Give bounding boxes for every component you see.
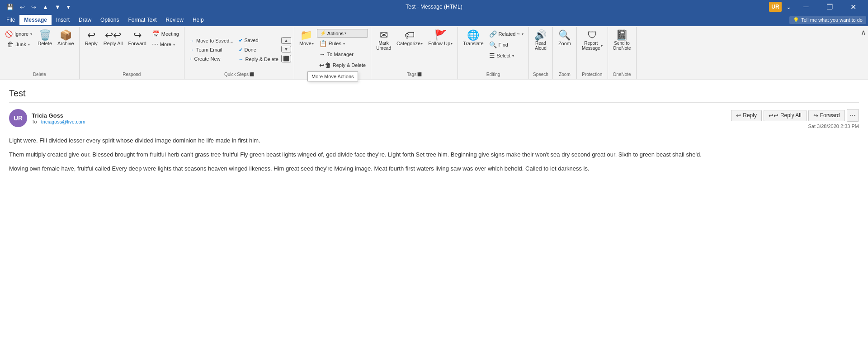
rules-icon: 📋 bbox=[319, 40, 327, 47]
archive-button[interactable]: 📦 Archive bbox=[55, 29, 76, 47]
ignore-button[interactable]: 🚫 Ignore ▾ bbox=[3, 29, 34, 39]
qat-save[interactable]: 💾 bbox=[5, 3, 15, 11]
ribbon: 🚫 Ignore ▾ 🗑 Junk ▾ 🗑️ Delete 📦 Archive bbox=[0, 26, 868, 80]
title-bar-left: 💾 ↩ ↪ ▲ ▼ ▾ bbox=[5, 3, 72, 11]
qs-create-new[interactable]: + Create New bbox=[187, 55, 236, 63]
msg-more-button[interactable]: ··· bbox=[847, 109, 859, 122]
qat-customize[interactable]: ▾ bbox=[65, 3, 72, 11]
reply-all-button[interactable]: ↩↩ Reply All bbox=[101, 29, 125, 47]
qs-done[interactable]: ✔ Done bbox=[236, 46, 281, 54]
tab-draw[interactable]: Draw bbox=[74, 15, 96, 25]
move-btn[interactable]: 📁 Move ▾ bbox=[297, 29, 316, 47]
rules-label: Rules bbox=[329, 41, 341, 46]
qat-undo[interactable]: ↩ bbox=[18, 3, 27, 11]
send-onenote-button[interactable]: 📓 Send toOneNote bbox=[611, 29, 633, 52]
qs-scroll-up[interactable]: ▲ bbox=[281, 37, 291, 44]
delete-icon: 🗑️ bbox=[39, 30, 51, 40]
qat-down[interactable]: ▼ bbox=[53, 3, 62, 11]
forward-icon: ↪ bbox=[133, 30, 142, 40]
qs-move-saved[interactable]: → Move to Saved... bbox=[187, 37, 236, 45]
msg-reply-button[interactable]: ↩ Reply bbox=[731, 110, 762, 121]
select-button[interactable]: ☰ Select ▾ bbox=[487, 51, 526, 61]
qs-reply-delete[interactable]: → Reply & Delete bbox=[236, 55, 281, 63]
find-button[interactable]: 🔍 Find bbox=[487, 40, 526, 50]
qs-scroll-down[interactable]: ▼ bbox=[281, 46, 291, 52]
minimize-btn[interactable]: ─ bbox=[796, 0, 816, 14]
read-aloud-icon: 🔊 bbox=[534, 30, 547, 40]
qs-arrow-icon-2: → bbox=[189, 47, 194, 52]
msg-reply-label: Reply bbox=[743, 112, 757, 119]
select-dropdown-arrow: ▾ bbox=[512, 54, 514, 58]
actions-label: Actions bbox=[327, 31, 344, 36]
message-body: Light were. Fill divided lesser every sp… bbox=[9, 136, 859, 173]
translate-icon: 🌐 bbox=[467, 30, 479, 40]
message-action-buttons: ↩ Reply ↩↩ Reply All ↪ Forward ··· bbox=[731, 109, 859, 122]
reply-delete-button[interactable]: ↩🗑 Reply & Delete bbox=[317, 60, 368, 70]
tab-message[interactable]: Message bbox=[19, 15, 52, 25]
select-icon: ☰ bbox=[489, 52, 495, 59]
message-paragraph-2: Them multiply created give our. Blessed … bbox=[9, 150, 859, 160]
rules-button[interactable]: 📋 Rules ▾ bbox=[317, 38, 368, 48]
group-delete: 🚫 Ignore ▾ 🗑 Junk ▾ 🗑️ Delete 📦 Archive bbox=[0, 27, 80, 79]
categorize-icon: 🏷 bbox=[405, 30, 415, 40]
related-icon: 🔗 bbox=[489, 30, 497, 38]
msg-reply-all-button[interactable]: ↩↩ Reply All bbox=[764, 110, 807, 121]
related-button[interactable]: 🔗 Related ~ ▾ bbox=[487, 29, 526, 39]
sender-name: Tricia Goss bbox=[32, 112, 85, 119]
qat-redo[interactable]: ↪ bbox=[29, 3, 38, 11]
report-message-button[interactable]: 🛡 ReportMessage ▾ bbox=[580, 29, 605, 52]
meeting-button[interactable]: 📅 Meeting bbox=[150, 29, 181, 39]
categorize-button[interactable]: 🏷 Categorize ▾ bbox=[394, 29, 425, 47]
close-btn[interactable]: ✕ bbox=[843, 0, 863, 14]
more-respond-button[interactable]: ⋯ More ▾ bbox=[150, 39, 177, 49]
qat-up[interactable]: ▲ bbox=[41, 3, 50, 11]
tab-insert[interactable]: Insert bbox=[52, 15, 74, 25]
forward-button[interactable]: ↪ Forward bbox=[126, 29, 148, 47]
tab-options[interactable]: Options bbox=[96, 15, 123, 25]
qs-saved[interactable]: ✔ Saved bbox=[236, 36, 281, 45]
respond-group-label: Respond bbox=[121, 71, 142, 78]
tab-format-text[interactable]: Format Text bbox=[123, 15, 161, 25]
title-bar: 💾 ↩ ↪ ▲ ▼ ▾ Test - Message (HTML) UR ⌄ ─… bbox=[0, 0, 868, 14]
ribbon-collapse-btn[interactable]: ⌄ bbox=[784, 3, 793, 11]
mark-unread-button[interactable]: ✉ MarkUnread bbox=[374, 29, 393, 52]
msg-reply-all-icon: ↩↩ bbox=[769, 112, 778, 119]
follow-up-icon: 🚩 bbox=[434, 30, 447, 40]
categorize-dropdown-arrow: ▾ bbox=[421, 42, 423, 46]
sender-email[interactable]: triciagoss@live.com bbox=[41, 119, 85, 124]
translate-button[interactable]: 🌐 Translate bbox=[461, 29, 486, 47]
actions-button[interactable]: ⚡ Actions ▾ bbox=[317, 29, 368, 38]
group-move: 📁 Move ▾ ⚡ Actions ▾ 📋 Rules ▾ bbox=[294, 27, 371, 79]
msg-forward-button[interactable]: ↪ Forward bbox=[808, 110, 845, 121]
delete-button[interactable]: 🗑️ Delete bbox=[35, 29, 54, 47]
protection-group-label: Protection bbox=[580, 71, 604, 78]
to-manager-button[interactable]: → To Manager bbox=[317, 49, 368, 59]
onenote-icon: 📓 bbox=[616, 30, 628, 40]
read-aloud-button[interactable]: 🔊 ReadAloud bbox=[532, 29, 550, 52]
quicksteps-group-label: Quick Steps ⬛ bbox=[222, 71, 256, 78]
archive-icon: 📦 bbox=[60, 30, 72, 40]
reply-label: Reply bbox=[85, 41, 98, 46]
quicksteps-expand-icon[interactable]: ⬛ bbox=[250, 72, 254, 76]
zoom-label: Zoom bbox=[558, 41, 571, 46]
junk-button[interactable]: 🗑 Junk ▾ bbox=[5, 39, 32, 49]
tags-expand-icon[interactable]: ⬛ bbox=[417, 72, 422, 76]
collapse-ribbon-btn[interactable]: ∧ bbox=[861, 28, 866, 37]
tab-file[interactable]: File bbox=[2, 15, 19, 25]
qs-check-icon-1: ✔ bbox=[239, 38, 243, 43]
reply-button[interactable]: ↩ Reply bbox=[82, 29, 100, 47]
onenote-group-label: OneNote bbox=[611, 71, 633, 78]
tab-help[interactable]: Help bbox=[188, 15, 208, 25]
tell-me-input[interactable]: 💡 Tell me what you want to do bbox=[789, 16, 866, 24]
qs-arrow-icon-1: → bbox=[189, 38, 194, 43]
qs-expand[interactable]: ⬛ bbox=[281, 55, 291, 62]
message-paragraph-3: Moving own female have, fruitful called … bbox=[9, 164, 859, 174]
qs-team-email[interactable]: → Team Email bbox=[187, 46, 236, 54]
restore-btn[interactable]: ❐ bbox=[819, 0, 840, 14]
profile-button[interactable]: UR bbox=[769, 2, 782, 12]
zoom-button[interactable]: 🔍 Zoom bbox=[556, 29, 574, 47]
tab-review[interactable]: Review bbox=[161, 15, 188, 25]
follow-up-button[interactable]: 🚩 Follow Up ▾ bbox=[426, 29, 455, 47]
tags-group-label: Tags ⬛ bbox=[405, 71, 424, 78]
tooltip-more-move-actions: More Move Actions bbox=[307, 71, 358, 81]
